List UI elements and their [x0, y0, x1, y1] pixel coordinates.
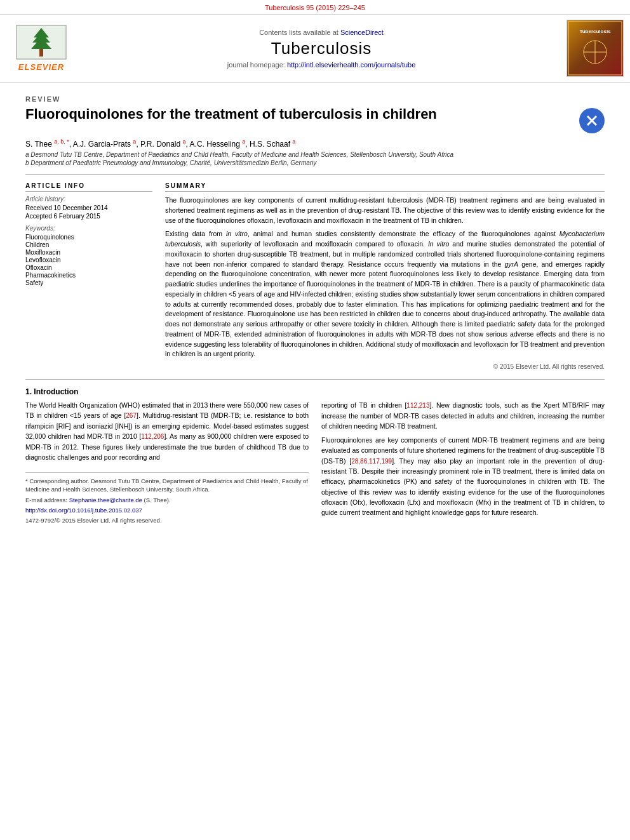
- intro-right-col: reporting of TB in children [112,213]. N…: [321, 400, 605, 527]
- journal-header: ELSEVIER Contents lists available at Sci…: [0, 14, 630, 83]
- email-link[interactable]: Stephanie.thee@charite.de: [69, 497, 142, 503]
- intro-para-3: Fluoroquinolones are key components of c…: [321, 435, 605, 517]
- intro-left-col: The World Health Organization (WHO) esti…: [25, 400, 309, 527]
- intro-heading: 1. Introduction: [25, 387, 605, 396]
- contents-available-text: Contents lists available at ScienceDirec…: [89, 29, 554, 36]
- affiliation-b: b Department of Paediatric Pneumology an…: [25, 159, 605, 166]
- keyword-3: Moxifloxacin: [25, 249, 152, 256]
- section-divider-2: [25, 379, 605, 380]
- citation-bar: Tuberculosis 95 (2015) 229–245: [0, 0, 630, 14]
- crossmark-badge: [579, 108, 605, 133]
- keyword-1: Fluoroquinolones: [25, 234, 152, 241]
- article-info-summary: ARTICLE INFO Article history: Received 1…: [25, 182, 605, 370]
- keyword-6: Pharmacokinetics: [25, 272, 152, 279]
- article-type-label: REVIEW: [25, 95, 605, 103]
- intro-section-title: Introduction: [34, 387, 78, 396]
- journal-center-info: Contents lists available at ScienceDirec…: [76, 29, 566, 69]
- summary-text-area: The fluoroquinolones are key components …: [165, 196, 605, 359]
- ref-28-86[interactable]: 28,86,117,199: [351, 458, 392, 465]
- svg-rect-1: [39, 49, 43, 57]
- footnote-copyright: 1472-9792/© 2015 Elsevier Ltd. All right…: [25, 516, 309, 524]
- intro-text-right: reporting of TB in children [112,213]. N…: [321, 400, 605, 517]
- svg-text:Tuberculosis: Tuberculosis: [579, 29, 611, 34]
- main-content: REVIEW Fluoroquinolones for the treatmen…: [0, 83, 630, 533]
- ref-267[interactable]: 267: [126, 412, 137, 419]
- ref-112-213[interactable]: 112,213: [406, 402, 429, 409]
- intro-para-1: The World Health Organization (WHO) esti…: [25, 400, 309, 462]
- introduction-section: 1. Introduction The World Health Organiz…: [25, 387, 605, 527]
- history-label: Article history:: [25, 196, 152, 203]
- summary-para-1: The fluoroquinolones are key components …: [165, 196, 605, 225]
- keyword-7: Safety: [25, 279, 152, 286]
- keyword-5: Ofloxacin: [25, 264, 152, 271]
- article-info-title: ARTICLE INFO: [25, 182, 152, 192]
- section-divider: [25, 174, 605, 175]
- accepted-date: Accepted 6 February 2015: [25, 213, 152, 220]
- authors-line: S. Thee a, b, *, A.J. Garcia-Prats a, P.…: [25, 138, 605, 149]
- summary-title: SUMMARY: [165, 182, 605, 192]
- homepage-url[interactable]: http://intl.elsevierhealth.com/journals/…: [287, 61, 415, 69]
- article-title-area: Fluoroquinolones for the treatment of tu…: [25, 105, 605, 133]
- keyword-4: Levofloxacin: [25, 257, 152, 263]
- article-info-col: ARTICLE INFO Article history: Received 1…: [25, 182, 152, 370]
- journal-name: Tuberculosis: [89, 39, 554, 58]
- summary-para-2: Existing data from in vitro, animal and …: [165, 229, 605, 359]
- keyword-2: Children: [25, 241, 152, 248]
- affiliation-a: a Desmond Tutu TB Centre, Department of …: [25, 151, 605, 158]
- intro-two-col: The World Health Organization (WHO) esti…: [25, 400, 605, 527]
- intro-section-number: 1.: [25, 387, 32, 396]
- footnote-doi: http://dx.doi.org/10.1016/j.tube.2015.02…: [25, 506, 309, 514]
- keywords-label: Keywords:: [25, 225, 152, 232]
- journal-cover-thumbnail: Tuberculosis: [566, 20, 624, 77]
- sciencedirect-link[interactable]: ScienceDirect: [340, 29, 384, 36]
- homepage-label-text: journal homepage: http://intl.elsevierhe…: [89, 61, 554, 69]
- footnote-area: * Corresponding author. Desmond Tutu TB …: [25, 472, 309, 524]
- affiliations-area: a Desmond Tutu TB Centre, Department of …: [25, 151, 605, 166]
- footnote-email: E-mail address: Stephanie.thee@charite.d…: [25, 496, 309, 504]
- intro-para-2: reporting of TB in children [112,213]. N…: [321, 400, 605, 431]
- elsevier-tree-image: [16, 25, 67, 60]
- elsevier-logo: ELSEVIER: [6, 25, 76, 72]
- intro-text-left: The World Health Organization (WHO) esti…: [25, 400, 309, 462]
- copyright-line: © 2015 Elsevier Ltd. All rights reserved…: [165, 363, 605, 370]
- doi-link[interactable]: http://dx.doi.org/10.1016/j.tube.2015.02…: [25, 507, 142, 514]
- citation-text: Tuberculosis 95 (2015) 229–245: [265, 4, 365, 11]
- elsevier-wordmark: ELSEVIER: [18, 62, 64, 72]
- article-title-text: Fluoroquinolones for the treatment of tu…: [25, 105, 437, 124]
- footnote-star: * Corresponding author. Desmond Tutu TB …: [25, 477, 309, 494]
- received-date: Received 10 December 2014: [25, 204, 152, 211]
- ref-112-206[interactable]: 112,206: [141, 433, 164, 440]
- summary-col: SUMMARY The fluoroquinolones are key com…: [165, 182, 605, 370]
